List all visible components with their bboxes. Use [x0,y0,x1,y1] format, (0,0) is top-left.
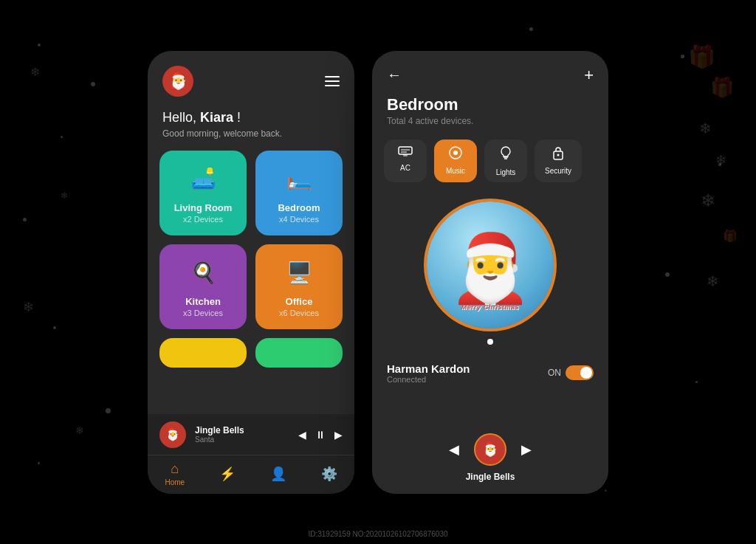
security-icon [551,145,565,164]
toggle-switch[interactable] [566,365,594,380]
left-phone-header: 🎅 [148,51,354,104]
next-button[interactable]: ▶ [334,429,343,441]
right-room-header: Bedroom Total 4 active devices. [372,92,608,134]
nav-profile[interactable]: 👤 [270,466,286,482]
tab-music[interactable]: Music [434,140,477,182]
ac-icon [398,145,413,161]
phones-container: 🎅 Hello, Kiara ! Good morning, welcome b… [148,51,608,494]
office-icon: 🖥️ [267,256,331,290]
partial-card-yellow[interactable] [159,338,247,368]
left-phone: 🎅 Hello, Kiara ! Good morning, welcome b… [148,51,354,494]
living-room-devices: x2 Devices [171,215,235,224]
speaker-toggle[interactable]: ON [548,365,594,380]
svg-point-5 [453,151,458,155]
svg-rect-3 [403,154,408,156]
right-phone-top-bar: ← + [372,51,608,92]
settings-icon: ⚙️ [321,466,337,482]
right-prev-button[interactable]: ◀ [449,441,459,458]
kitchen-icon: 🍳 [171,256,235,290]
speaker-info: Harman Kardon Connected ON [372,352,608,387]
speaker-status: Connected [387,375,470,384]
svg-rect-0 [399,147,412,154]
right-player-thumb: 🎅 [474,433,506,466]
hamburger-menu-button[interactable] [325,76,340,86]
tab-security[interactable]: Security [535,140,582,182]
greeting-subtitle: Good morning, welcome back. [162,128,340,139]
player-artist: Santa [195,435,289,444]
bedroom-name: Bedroom [267,202,331,213]
right-next-button[interactable]: ▶ [521,441,532,458]
office-name: Office [267,296,331,307]
right-player-title: Jingle Bells [466,472,515,482]
partial-card-green[interactable] [255,338,343,368]
santa-emoji: 🎅 [449,230,532,307]
room-grid: 🛋️ Living Room x2 Devices 🛏️ Bedroom x4 … [148,151,354,329]
progress-dot [487,339,493,345]
ac-label: AC [400,164,410,172]
lights-label: Lights [496,168,516,176]
add-button[interactable]: + [584,66,594,85]
player-controls: ◀ ⏸ ▶ [298,429,343,441]
room-card-office[interactable]: 🖥️ Office x6 Devices [255,244,343,329]
player-title: Jingle Bells [195,425,289,435]
santa-circle: 🎅 Merry Christmas [427,202,554,328]
lights-icon [499,145,512,165]
home-icon: ⌂ [171,461,179,477]
living-room-name: Living Room [171,202,235,213]
room-card-kitchen[interactable]: 🍳 Kitchen x3 Devices [159,244,247,329]
music-label: Music [446,167,465,175]
album-art: 🎅 Merry Christmas [424,199,557,331]
svg-point-9 [557,154,560,156]
right-player-controls: ◀ 🎅 ▶ [449,433,532,466]
back-button[interactable]: ← [387,66,402,83]
user-name: Kiara [200,110,233,125]
lightning-icon: ⚡ [219,466,236,482]
music-player: 🎅 Merry Christmas [372,191,608,352]
avatar[interactable]: 🎅 [162,66,193,97]
music-icon [448,145,463,164]
partial-cards [148,329,354,368]
nav-home-label: Home [165,478,185,486]
watermark: ID:31929159 NO:20201026102706876030 [308,530,447,538]
greeting-section: Hello, Kiara ! Good morning, welcome bac… [148,104,354,151]
toggle-knob [580,367,592,379]
right-room-title: Bedroom [387,95,594,114]
living-room-icon: 🛋️ [171,162,235,196]
player-avatar: 🎅 [159,421,186,448]
right-phone: ← + Bedroom Total 4 active devices. AC [372,51,608,494]
bedroom-devices: x4 Devices [267,215,331,224]
bedroom-icon: 🛏️ [267,162,331,196]
profile-icon: 👤 [270,466,286,482]
prev-button[interactable]: ◀ [298,429,306,441]
bottom-nav: ⌂ Home ⚡ 👤 ⚙️ [148,455,354,494]
greeting-hello: Hello, Kiara ! [162,110,340,125]
room-card-living-room[interactable]: 🛋️ Living Room x2 Devices [159,151,247,235]
right-room-active: Total 4 active devices. [387,116,594,126]
merry-christmas-text: Merry Christmas [461,303,520,311]
player-info: Jingle Bells Santa [195,425,289,444]
speaker-name-block: Harman Kardon Connected [387,362,470,384]
nav-settings[interactable]: ⚙️ [321,466,337,482]
right-bottom-player: ◀ 🎅 ▶ Jingle Bells [372,426,608,494]
kitchen-devices: x3 Devices [171,309,235,317]
tab-ac[interactable]: AC [384,140,427,182]
room-card-bedroom[interactable]: 🛏️ Bedroom x4 Devices [255,151,343,235]
nav-lightning[interactable]: ⚡ [219,466,236,482]
mini-player: 🎅 Jingle Bells Santa ◀ ⏸ ▶ [148,414,354,455]
speaker-name: Harman Kardon [387,362,470,375]
kitchen-name: Kitchen [171,296,235,307]
tab-lights[interactable]: Lights [484,140,527,182]
device-tabs: AC Music Li [372,134,608,191]
office-devices: x6 Devices [267,309,331,317]
toggle-label: ON [548,368,561,378]
security-label: Security [545,167,571,175]
nav-home[interactable]: ⌂ Home [165,461,185,486]
pause-button[interactable]: ⏸ [315,429,326,441]
